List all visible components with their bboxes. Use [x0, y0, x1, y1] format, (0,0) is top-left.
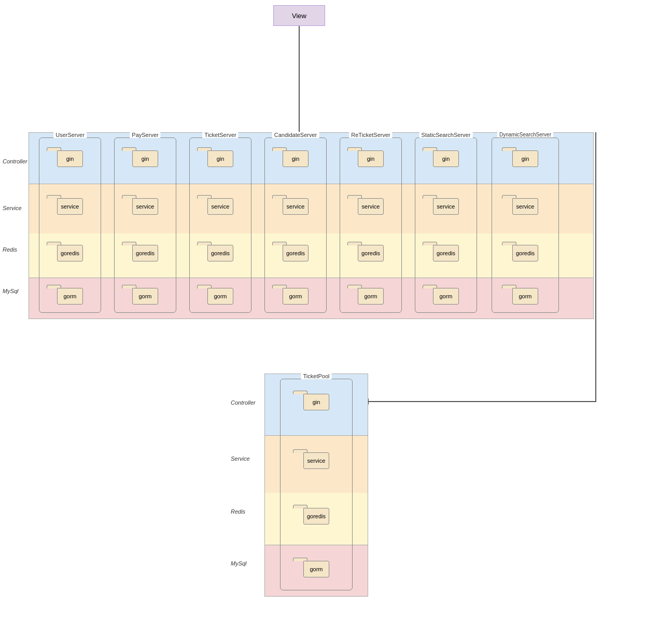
candidateserver-goredis: goredis: [283, 242, 309, 261]
tp-gin: gin: [303, 391, 329, 410]
userserver-service: service: [57, 195, 83, 215]
folder-body-gin: gin: [303, 394, 329, 410]
view-label: View: [292, 12, 306, 20]
folder-body-service: service: [207, 198, 233, 215]
tp-server-col: TicketPool gin service goredis gorm: [280, 379, 353, 590]
tp-layer-label-mysql: MySql: [231, 560, 247, 567]
userserver-goredis: goredis: [57, 242, 83, 261]
candidateserver-service: service: [283, 195, 309, 215]
payserver-gin: gin: [132, 147, 158, 167]
arrow-bottom-horizontal: [368, 401, 595, 402]
layer-label-mysql: MySql: [3, 288, 19, 294]
staticsearchserver-gorm: gorm: [433, 285, 459, 305]
layer-label-controller: Controller: [3, 158, 27, 164]
server-col-dynamicsearchserver: DynamicSearchServer gin service goredis …: [492, 137, 559, 313]
server-col-reticketserver: ReTicketServer gin service goredis gorm: [340, 137, 402, 313]
folder-body-goredis: goredis: [132, 245, 158, 261]
view-box: View: [273, 5, 325, 26]
folder-body-gorm: gorm: [358, 288, 384, 305]
folder-body-service: service: [512, 198, 538, 215]
folder-body-gorm: gorm: [207, 288, 233, 305]
folder-body-goredis: goredis: [57, 245, 83, 261]
folder-body-goredis: goredis: [207, 245, 233, 261]
folder-body-gorm: gorm: [132, 288, 158, 305]
ticketpool-container: TicketPool gin service goredis gorm: [264, 374, 368, 612]
folder-body-goredis: goredis: [358, 245, 384, 261]
server-name-dynamicsearchserver: DynamicSearchServer: [497, 132, 553, 137]
folder-body-gorm: gorm: [512, 288, 538, 305]
folder-body-gorm: gorm: [57, 288, 83, 305]
server-col-candidateserver: CandidateServer gin service goredis gorm: [264, 137, 327, 313]
folder-body-gin: gin: [358, 150, 384, 167]
folder-body-goredis: goredis: [433, 245, 459, 261]
dynamicsearchserver-gorm: gorm: [512, 285, 538, 305]
reticketserver-goredis: goredis: [358, 242, 384, 261]
dynamicsearchserver-goredis: goredis: [512, 242, 538, 261]
arrow-right-vertical: [595, 132, 596, 402]
folder-body-gorm: gorm: [283, 288, 309, 305]
reticketserver-service: service: [358, 195, 384, 215]
payserver-gorm: gorm: [132, 285, 158, 305]
server-col-payserver: PayServer gin service goredis gorm: [114, 137, 176, 313]
folder-body-service: service: [57, 198, 83, 215]
staticsearchserver-gin: gin: [433, 147, 459, 167]
server-name-ticketserver: TicketServer: [202, 132, 238, 138]
layer-label-service: Service: [3, 205, 22, 211]
server-col-userserver: UserServer gin service goredis gorm: [39, 137, 101, 313]
folder-body-service: service: [132, 198, 158, 215]
server-name-reticketserver: ReTicketServer: [349, 132, 392, 138]
layer-label-redis: Redis: [3, 246, 17, 253]
candidateserver-gin: gin: [283, 147, 309, 167]
folder-body-goredis: goredis: [283, 245, 309, 261]
staticsearchserver-service: service: [433, 195, 459, 215]
folder-body-goredis: goredis: [303, 508, 329, 524]
reticketserver-gin: gin: [358, 147, 384, 167]
server-name-candidateserver: CandidateServer: [272, 132, 319, 138]
folder-body-gin: gin: [283, 150, 309, 167]
payserver-goredis: goredis: [132, 242, 158, 261]
tp-server-name: TicketPool: [301, 373, 332, 379]
server-col-staticsearchserver: StaticSearchServer gin service goredis g…: [415, 137, 477, 313]
dynamicsearchserver-service: service: [512, 195, 538, 215]
folder-body-gorm: gorm: [433, 288, 459, 305]
ticketserver-gorm: gorm: [207, 285, 233, 305]
ticketserver-gin: gin: [207, 147, 233, 167]
diagram-container: View Controller Service Redis MySql User…: [0, 0, 672, 635]
folder-body-gin: gin: [57, 150, 83, 167]
tp-gorm: gorm: [303, 558, 329, 577]
reticketserver-gorm: gorm: [358, 285, 384, 305]
server-name-payserver: PayServer: [130, 132, 160, 138]
view-down-arrow: [299, 26, 300, 132]
tp-goredis: goredis: [303, 505, 329, 524]
staticsearchserver-goredis: goredis: [433, 242, 459, 261]
payserver-service: service: [132, 195, 158, 215]
folder-body-gorm: gorm: [303, 561, 329, 577]
servers-main-container: UserServer gin service goredis gorm: [29, 132, 594, 319]
candidateserver-gorm: gorm: [283, 285, 309, 305]
userserver-gorm: gorm: [57, 285, 83, 305]
tp-service: service: [303, 449, 329, 469]
tp-layer-label-redis: Redis: [231, 508, 245, 515]
folder-body-gin: gin: [512, 150, 538, 167]
folder-body-gin: gin: [433, 150, 459, 167]
server-name-userserver: UserServer: [53, 132, 87, 138]
folder-body-service: service: [358, 198, 384, 215]
server-col-ticketserver: TicketServer gin service goredis gorm: [189, 137, 251, 313]
server-name-staticsearchserver: StaticSearchServer: [419, 132, 473, 138]
folder-body-service: service: [283, 198, 309, 215]
folder-body-service: service: [433, 198, 459, 215]
ticketserver-service: service: [207, 195, 233, 215]
folder-body-goredis: goredis: [512, 245, 538, 261]
ticketserver-goredis: goredis: [207, 242, 233, 261]
tp-layer-label-controller: Controller: [231, 399, 256, 406]
dynamicsearchserver-gin: gin: [512, 147, 538, 167]
tp-layer-label-service: Service: [231, 455, 250, 462]
userserver-gin: gin: [57, 147, 83, 167]
folder-body-gin: gin: [132, 150, 158, 167]
folder-body-service: service: [303, 452, 329, 469]
folder-body-gin: gin: [207, 150, 233, 167]
